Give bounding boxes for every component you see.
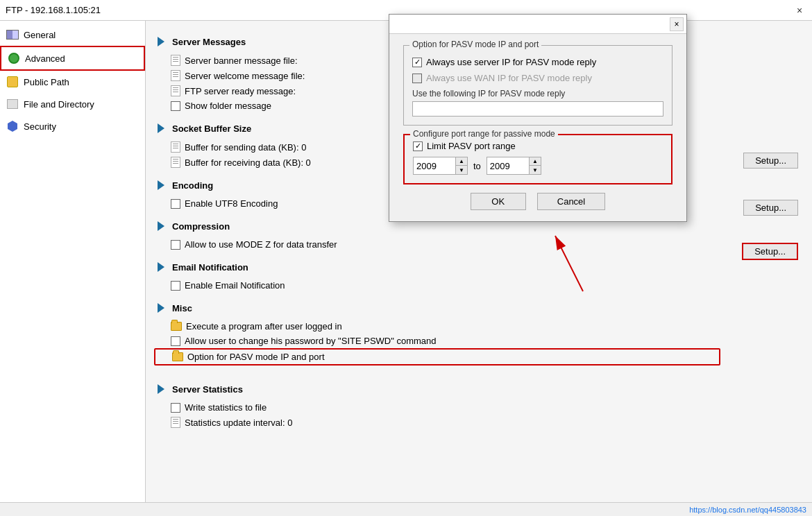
sidebar-label-publicpath: Public Path [24,77,69,87]
pasv-modal[interactable]: × Option for PASV mode IP and port Alway… [389,14,687,222]
port-range-row: ▲ ▼ to ▲ ▼ [413,157,663,175]
use-server-ip-checkbox[interactable] [412,58,422,67]
pasv-ip-section: Option for PASV mode IP and port Always … [403,45,673,126]
pasv-option-row[interactable]: Option for PASV mode IP and port [154,348,720,366]
use-wan-ip-label: Always use WAN IP for PASV mode reply [426,73,592,83]
port2-down-button[interactable]: ▼ [530,166,541,174]
advanced-icon [7,51,21,65]
banner-message-label: Server banner message file: [185,55,298,66]
modal-close-button[interactable]: × [670,17,684,31]
statistics-icon [154,382,168,396]
exec-folder-icon [171,322,182,331]
use-server-ip-row[interactable]: Always use server IP for PASV mode reply [412,57,663,67]
port2-input[interactable] [487,157,529,174]
general-icon [6,28,19,42]
email-icon [154,260,168,274]
server-messages-icon [154,35,168,49]
cancel-button[interactable]: Cancel [537,193,605,210]
section-statistics: Server Statistics [154,382,804,396]
port2-up-button[interactable]: ▲ [530,157,541,166]
sidebar-label-filedir: File and Directory [24,99,94,110]
section-compression-label: Compression [172,221,230,232]
port-range-section: Configure port range for passive mode Li… [403,134,673,184]
status-bar: https://blog.csdn.net/qq445803843 [0,502,812,516]
pasv-option-label: Option for PASV mode IP and port [187,352,325,362]
window-close-button[interactable]: × [793,3,806,17]
use-wan-ip-checkbox[interactable] [412,74,422,83]
misc-icon [154,301,168,315]
change-password-row[interactable]: Allow user to change his password by "SI… [154,334,804,348]
stats-interval-row: Statistics update interval: 0 [154,415,804,430]
modez-label: Allow to use MODE Z for data transfer [185,239,337,250]
port1-arrows: ▲ ▼ [455,157,467,174]
ok-button[interactable]: OK [471,193,526,210]
banner-doc-icon [171,55,180,66]
welcome-doc-icon [171,70,180,81]
stats-doc-icon [171,417,180,428]
modez-checkbox[interactable] [171,240,180,250]
exec-program-row: Execute a program after user logged in [154,319,804,334]
port2-arrows: ▲ ▼ [529,157,541,174]
socket-icon [154,121,168,135]
recv-buffer-icon [171,157,180,168]
section-encoding-label: Encoding [172,180,213,191]
recv-buffer-label: Buffer for receiving data (KB): 0 [185,157,311,168]
write-stats-row[interactable]: Write statistics to file [154,400,804,415]
stats-interval-label: Statistics update interval: 0 [185,418,292,428]
sidebar-item-advanced[interactable]: Advanced [0,46,145,71]
sidebar-item-security[interactable]: Security [0,115,145,137]
port-range-legend: Configure port range for passive mode [410,129,558,139]
port1-down-button[interactable]: ▼ [456,166,467,174]
compression-icon [154,219,168,233]
change-password-checkbox[interactable] [171,336,180,346]
limit-pasv-checkbox[interactable] [413,141,423,151]
email-notify-row[interactable]: Enable Email Notification [154,278,804,293]
change-password-label: Allow user to change his password by "SI… [185,336,437,346]
pasv-folder-icon [172,352,183,361]
ip-input-label: Use the following IP for PASV mode reply [412,89,663,98]
modal-titlebar: × [389,15,686,34]
setup-button-2[interactable]: Setup... [743,200,798,216]
section-statistics-label: Server Statistics [172,384,243,395]
status-url: https://blog.csdn.net/qq445803843 [689,506,806,514]
section-misc: Misc [154,301,804,315]
limit-pasv-label: Limit PASV port range [427,141,516,151]
modal-body: Option for PASV mode IP and port Always … [389,34,686,221]
sidebar-label-advanced: Advanced [25,53,65,64]
port2-spinner[interactable]: ▲ ▼ [487,157,541,175]
section-socket-label: Socket Buffer Size [172,123,251,134]
limit-pasv-row[interactable]: Limit PASV port range [413,141,663,151]
sidebar-item-general[interactable]: General [0,24,145,46]
ready-message-label: FTP server ready message: [185,86,296,96]
sidebar-label-security: Security [24,121,56,132]
show-folder-label: Show folder message [185,101,271,111]
sidebar-item-filedir[interactable]: File and Directory [0,93,145,115]
window-title: FTP - 192.168.1.105:21 [6,5,101,15]
sidebar-item-publicpath[interactable]: Public Path [0,71,145,93]
filedir-icon [6,97,19,111]
setup-button-1[interactable]: Setup... [743,153,798,169]
write-stats-checkbox[interactable] [171,403,180,413]
modal-buttons: OK Cancel [403,193,673,210]
port1-input[interactable] [414,157,455,174]
pasv-ip-legend: Option for PASV mode IP and port [409,40,541,49]
use-wan-ip-row[interactable]: Always use WAN IP for PASV mode reply [412,73,663,83]
ip-input[interactable] [412,101,663,117]
email-label: Enable Email Notification [185,280,285,291]
write-stats-label: Write statistics to file [185,402,267,413]
show-folder-checkbox[interactable] [171,101,180,111]
security-icon [6,119,19,133]
sidebar: General Advanced Public Path File and Di… [0,21,146,516]
port1-up-button[interactable]: ▲ [456,157,467,166]
sidebar-label-general: General [24,30,56,40]
email-checkbox[interactable] [171,281,180,291]
setup-button-3[interactable]: Setup... [742,243,798,260]
send-buffer-icon [171,141,180,153]
port1-spinner[interactable]: ▲ ▼ [413,157,468,175]
utf8-checkbox[interactable] [171,199,180,209]
welcome-message-label: Server welcome message file: [185,71,305,81]
use-server-ip-label: Always use server IP for PASV mode reply [426,57,596,67]
modez-row[interactable]: Allow to use MODE Z for data transfer [154,237,804,252]
publicpath-icon [6,75,19,89]
section-email: Email Notification [154,260,804,274]
